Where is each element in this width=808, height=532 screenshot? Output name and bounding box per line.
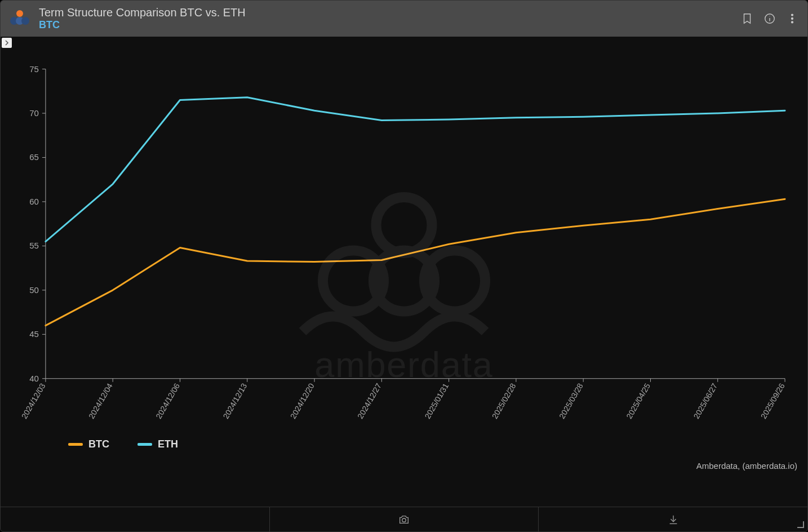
download-button[interactable] (539, 507, 807, 531)
legend-swatch (68, 443, 83, 446)
svg-text:2025/04/25: 2025/04/25 (624, 382, 652, 420)
svg-text:2025/03/28: 2025/03/28 (557, 382, 585, 420)
svg-text:2024/12/13: 2024/12/13 (221, 382, 249, 420)
svg-text:2024/12/06: 2024/12/06 (154, 382, 181, 420)
legend-label: BTC (88, 438, 109, 450)
svg-point-9 (792, 21, 793, 23)
svg-text:65: 65 (29, 152, 39, 162)
panel-title: Term Structure Comparison BTC vs. ETH (39, 6, 246, 19)
footer-cell-left[interactable] (1, 507, 270, 531)
svg-text:2024/12/04: 2024/12/04 (87, 382, 114, 420)
svg-text:40: 40 (29, 374, 39, 383)
chart-container: amberdata 40455055606570752024/12/032024… (1, 37, 807, 507)
legend-label: ETH (158, 438, 178, 450)
svg-text:2025/01/31: 2025/01/31 (423, 382, 450, 420)
svg-text:2025/09/26: 2025/09/26 (759, 382, 787, 420)
more-menu-icon[interactable] (785, 11, 800, 26)
attribution-text: Amberdata, (amberdata.io) (696, 461, 797, 471)
legend-swatch (137, 443, 152, 446)
footer-toolbar (1, 507, 807, 531)
svg-point-57 (402, 518, 406, 521)
panel-subtitle: BTC (39, 19, 246, 32)
bookmark-icon[interactable] (740, 11, 754, 26)
svg-text:2024/12/03: 2024/12/03 (20, 382, 47, 420)
chart-legend: BTC ETH (68, 438, 178, 450)
line-chart: 40455055606570752024/12/032024/12/042024… (6, 48, 802, 507)
svg-point-8 (792, 18, 793, 20)
svg-text:2025/02/28: 2025/02/28 (490, 382, 518, 420)
legend-item-btc[interactable]: BTC (68, 438, 109, 450)
series-btc (46, 199, 785, 325)
camera-icon (398, 513, 410, 526)
series-eth (46, 97, 785, 242)
svg-text:2024/12/20: 2024/12/20 (288, 382, 316, 420)
svg-point-0 (16, 10, 23, 17)
resize-handle-icon[interactable] (797, 521, 804, 528)
svg-point-7 (792, 14, 793, 16)
svg-text:70: 70 (29, 108, 39, 118)
svg-text:60: 60 (29, 197, 39, 206)
info-icon[interactable] (762, 11, 777, 26)
app-window: Term Structure Comparison BTC vs. ETH BT… (0, 0, 808, 532)
legend-item-eth[interactable]: ETH (137, 438, 178, 450)
svg-text:75: 75 (29, 64, 39, 74)
brand-logo (8, 7, 31, 30)
title-block: Term Structure Comparison BTC vs. ETH BT… (39, 6, 246, 32)
download-icon (667, 513, 680, 526)
svg-text:45: 45 (29, 329, 39, 339)
screenshot-button[interactable] (270, 507, 539, 531)
panel-header: Term Structure Comparison BTC vs. ETH BT… (1, 1, 807, 37)
svg-text:2024/12/27: 2024/12/27 (356, 382, 383, 420)
svg-text:50: 50 (29, 285, 39, 295)
svg-point-3 (21, 17, 29, 25)
collapse-toggle[interactable] (2, 38, 12, 48)
svg-text:2025/06/27: 2025/06/27 (692, 382, 720, 420)
svg-text:55: 55 (29, 241, 39, 250)
